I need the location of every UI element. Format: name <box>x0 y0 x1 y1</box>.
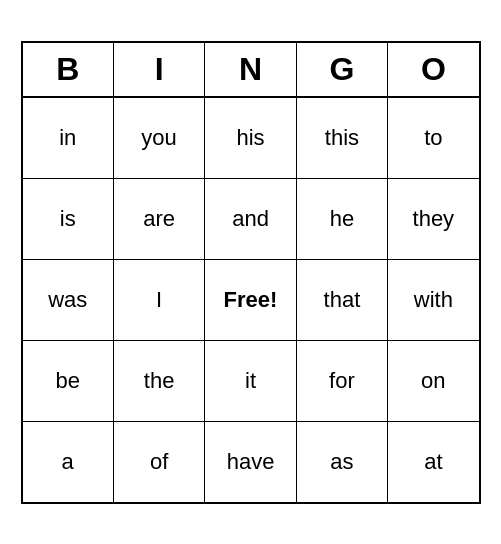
bingo-row: a of have as at <box>23 422 479 502</box>
cell-r2c5[interactable]: they <box>388 179 478 259</box>
bingo-card: B I N G O in you his this to is are and … <box>21 41 481 504</box>
cell-r5c5[interactable]: at <box>388 422 478 502</box>
header-n: N <box>205 43 296 96</box>
free-space[interactable]: Free! <box>205 260 296 340</box>
bingo-row: is are and he they <box>23 179 479 260</box>
cell-r4c3[interactable]: it <box>205 341 296 421</box>
cell-r3c4[interactable]: that <box>297 260 388 340</box>
cell-r5c3[interactable]: have <box>205 422 296 502</box>
bingo-row: be the it for on <box>23 341 479 422</box>
bingo-row: was I Free! that with <box>23 260 479 341</box>
cell-r3c2[interactable]: I <box>114 260 205 340</box>
cell-r2c4[interactable]: he <box>297 179 388 259</box>
cell-r1c1[interactable]: in <box>23 98 114 178</box>
cell-r4c5[interactable]: on <box>388 341 478 421</box>
header-b: B <box>23 43 114 96</box>
cell-r4c1[interactable]: be <box>23 341 114 421</box>
cell-r1c5[interactable]: to <box>388 98 478 178</box>
cell-r2c2[interactable]: are <box>114 179 205 259</box>
cell-r4c2[interactable]: the <box>114 341 205 421</box>
cell-r4c4[interactable]: for <box>297 341 388 421</box>
cell-r1c2[interactable]: you <box>114 98 205 178</box>
bingo-body: in you his this to is are and he they wa… <box>23 98 479 502</box>
bingo-row: in you his this to <box>23 98 479 179</box>
bingo-header: B I N G O <box>23 43 479 98</box>
header-g: G <box>297 43 388 96</box>
header-i: I <box>114 43 205 96</box>
cell-r3c5[interactable]: with <box>388 260 478 340</box>
cell-r3c1[interactable]: was <box>23 260 114 340</box>
cell-r2c1[interactable]: is <box>23 179 114 259</box>
header-o: O <box>388 43 478 96</box>
cell-r2c3[interactable]: and <box>205 179 296 259</box>
cell-r5c4[interactable]: as <box>297 422 388 502</box>
cell-r5c2[interactable]: of <box>114 422 205 502</box>
cell-r5c1[interactable]: a <box>23 422 114 502</box>
cell-r1c3[interactable]: his <box>205 98 296 178</box>
cell-r1c4[interactable]: this <box>297 98 388 178</box>
